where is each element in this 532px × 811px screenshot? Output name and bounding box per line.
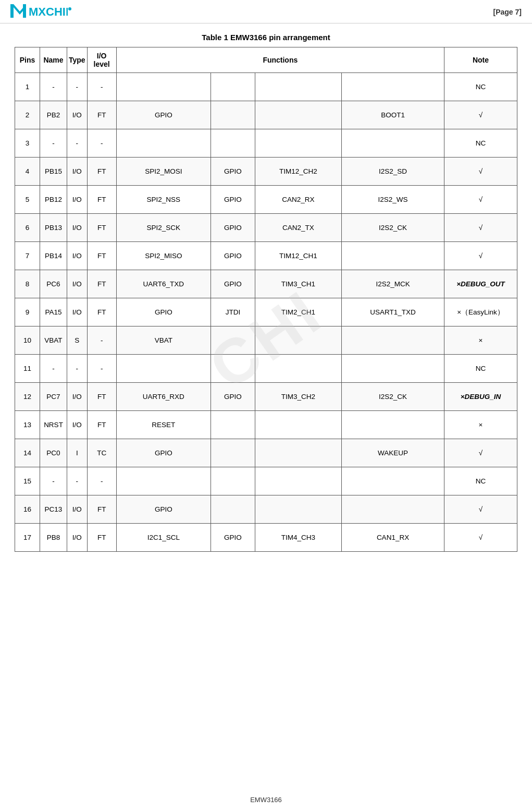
table-cell bbox=[116, 355, 211, 383]
table-cell bbox=[255, 129, 341, 158]
table-cell bbox=[255, 355, 341, 383]
table-cell: NC bbox=[444, 467, 517, 495]
table-cell bbox=[211, 411, 255, 439]
table-cell: - bbox=[87, 73, 116, 101]
table-cell: FT bbox=[87, 186, 116, 214]
table-row: 16PC13I/OFTGPIO√ bbox=[15, 495, 517, 524]
table-cell: GPIO bbox=[211, 158, 255, 186]
table-cell: GPIO bbox=[116, 495, 211, 524]
table-cell: GPIO bbox=[211, 214, 255, 242]
table-cell: 5 bbox=[15, 186, 40, 214]
table-cell: √ bbox=[444, 101, 517, 129]
table-cell: - bbox=[67, 355, 88, 383]
table-row: 17PB8I/OFTI2C1_SCLGPIOTIM4_CH3CAN1_RX√ bbox=[15, 524, 517, 552]
table-row: 6PB13I/OFTSPI2_SCKGPIOCAN2_TXI2S2_CK√ bbox=[15, 214, 517, 242]
table-cell: GPIO bbox=[116, 101, 211, 129]
table-cell: - bbox=[87, 355, 116, 383]
table-cell: TC bbox=[87, 439, 116, 467]
table-row: 12PC7I/OFTUART6_RXDGPIOTIM3_CH2I2S2_CK×D… bbox=[15, 383, 517, 411]
table-cell: I bbox=[67, 439, 88, 467]
table-cell: × bbox=[444, 411, 517, 439]
table-cell: - bbox=[87, 326, 116, 355]
svg-rect-2 bbox=[23, 4, 26, 18]
table-cell: TIM12_CH1 bbox=[255, 242, 341, 270]
table-cell: TIM3_CH1 bbox=[255, 270, 341, 298]
table-cell bbox=[342, 495, 444, 524]
page-header: MXCHIP [Page 7] bbox=[0, 0, 532, 23]
table-cell: 4 bbox=[15, 158, 40, 186]
table-cell: GPIO bbox=[211, 186, 255, 214]
table-cell: NRST bbox=[40, 411, 67, 439]
table-cell: 8 bbox=[15, 270, 40, 298]
table-cell bbox=[211, 439, 255, 467]
table-cell bbox=[342, 411, 444, 439]
table-cell bbox=[211, 129, 255, 158]
table-cell: I2C1_SCL bbox=[116, 524, 211, 552]
table-cell: - bbox=[87, 129, 116, 158]
table-cell: JTDI bbox=[211, 298, 255, 326]
table-cell: I/O bbox=[67, 186, 88, 214]
table-cell: PB14 bbox=[40, 242, 67, 270]
table-cell: - bbox=[40, 467, 67, 495]
table-cell: GPIO bbox=[211, 383, 255, 411]
table-cell: PC13 bbox=[40, 495, 67, 524]
table-cell: VBAT bbox=[116, 326, 211, 355]
table-header-row: Pins Name Type I/O level Functions Note bbox=[15, 47, 517, 73]
table-cell bbox=[255, 439, 341, 467]
svg-text:MXCHIP: MXCHIP bbox=[29, 5, 68, 18]
table-cell: 14 bbox=[15, 439, 40, 467]
pin-table-wrapper: Pins Name Type I/O level Functions Note … bbox=[0, 47, 532, 552]
table-cell: FT bbox=[87, 101, 116, 129]
table-cell: - bbox=[40, 355, 67, 383]
table-cell: CAN1_RX bbox=[342, 524, 444, 552]
table-cell: I/O bbox=[67, 298, 88, 326]
table-cell: FT bbox=[87, 158, 116, 186]
logo-dot bbox=[68, 7, 71, 10]
table-cell: 13 bbox=[15, 411, 40, 439]
table-cell: PC7 bbox=[40, 383, 67, 411]
table-cell: I2S2_MCK bbox=[342, 270, 444, 298]
table-cell: I/O bbox=[67, 242, 88, 270]
table-cell: USART1_TXD bbox=[342, 298, 444, 326]
table-cell: FT bbox=[87, 270, 116, 298]
table-cell bbox=[211, 467, 255, 495]
table-cell bbox=[116, 129, 211, 158]
table-cell: GPIO bbox=[116, 439, 211, 467]
table-cell bbox=[211, 326, 255, 355]
col-header-functions: Functions bbox=[116, 47, 444, 73]
table-cell: NC bbox=[444, 129, 517, 158]
table-cell bbox=[255, 326, 341, 355]
table-cell bbox=[342, 355, 444, 383]
table-cell: TIM3_CH2 bbox=[255, 383, 341, 411]
table-cell: FT bbox=[87, 524, 116, 552]
table-cell: √ bbox=[444, 158, 517, 186]
table-cell: PB15 bbox=[40, 158, 67, 186]
col-header-pins: Pins bbox=[15, 47, 40, 73]
table-cell: GPIO bbox=[116, 298, 211, 326]
table-cell: I2S2_CK bbox=[342, 383, 444, 411]
mxchip-logo: MXCHIP bbox=[10, 4, 68, 20]
table-cell bbox=[211, 73, 255, 101]
table-cell: GPIO bbox=[211, 524, 255, 552]
table-cell: 16 bbox=[15, 495, 40, 524]
table-cell bbox=[255, 73, 341, 101]
table-cell bbox=[342, 326, 444, 355]
table-title: Table 1 EMW3166 pin arrangement bbox=[0, 23, 532, 47]
table-cell: √ bbox=[444, 186, 517, 214]
table-cell bbox=[342, 73, 444, 101]
table-cell: ×DEBUG_IN bbox=[444, 383, 517, 411]
table-row: 7PB14I/OFTSPI2_MISOGPIOTIM12_CH1√ bbox=[15, 242, 517, 270]
table-cell: 11 bbox=[15, 355, 40, 383]
col-header-iolevel: I/O level bbox=[87, 47, 116, 73]
table-cell: 2 bbox=[15, 101, 40, 129]
page-label: [Page 7] bbox=[493, 8, 522, 16]
table-cell bbox=[211, 355, 255, 383]
table-cell: I/O bbox=[67, 158, 88, 186]
table-cell: RESET bbox=[116, 411, 211, 439]
table-cell bbox=[116, 467, 211, 495]
table-row: 9PA15I/OFTGPIOJTDITIM2_CH1USART1_TXD×（Ea… bbox=[15, 298, 517, 326]
table-row: 4PB15I/OFTSPI2_MOSIGPIOTIM12_CH2I2S2_SD√ bbox=[15, 158, 517, 186]
table-cell: VBAT bbox=[40, 326, 67, 355]
table-row: 14PC0ITCGPIOWAKEUP√ bbox=[15, 439, 517, 467]
table-cell: UART6_TXD bbox=[116, 270, 211, 298]
